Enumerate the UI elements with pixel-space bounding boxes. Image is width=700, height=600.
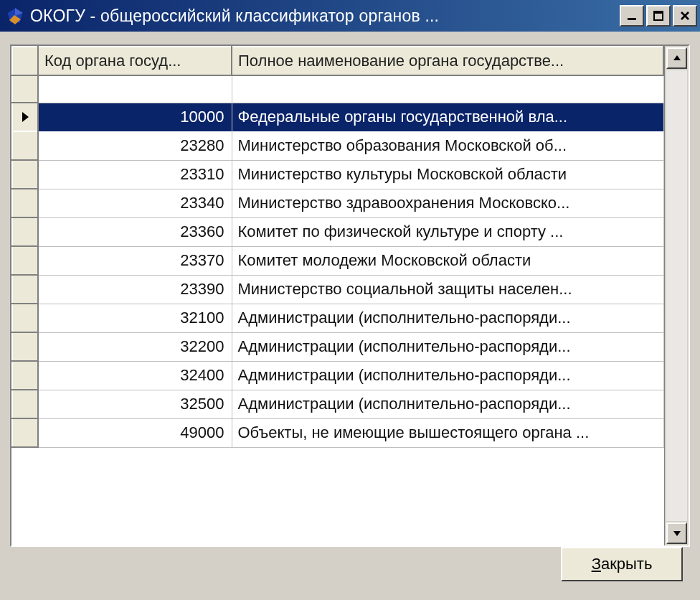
table-row[interactable]: 23370Комитет молодежи Московской области <box>12 246 663 275</box>
cell-code[interactable]: 10000 <box>38 103 232 131</box>
close-window-button[interactable] <box>673 5 697 27</box>
cell-code[interactable]: 32100 <box>38 304 232 332</box>
cell-name[interactable]: Комитет по физической культуре и спорту … <box>232 217 663 246</box>
table-row[interactable]: 10000Федеральные органы государственной … <box>12 103 663 131</box>
close-button-accel: З <box>592 555 601 573</box>
table-row[interactable]: 49000Объекты, не имеющие вышестоящего ор… <box>12 418 663 447</box>
table-row[interactable]: 32200Администрации (исполнительно-распор… <box>12 332 663 361</box>
cell-name[interactable]: Администрации (исполнительно-распоряди..… <box>232 361 663 390</box>
row-gutter <box>12 217 38 246</box>
table-row[interactable]: 23310Министерство культуры Московской об… <box>12 160 663 189</box>
row-gutter <box>12 332 38 361</box>
scroll-down-button[interactable] <box>666 522 687 544</box>
maximize-button[interactable] <box>646 5 671 27</box>
table-row[interactable]: 23280Министерство образования Московской… <box>12 131 663 160</box>
close-button[interactable]: Закрыть <box>561 547 683 581</box>
cell-code[interactable]: 32200 <box>38 332 232 361</box>
data-grid[interactable]: Код органа госуд... Полное наименование … <box>10 44 690 547</box>
svg-marker-9 <box>673 531 681 536</box>
cell-code[interactable]: 23340 <box>38 189 232 217</box>
header-row: Код органа госуд... Полное наименование … <box>12 47 663 75</box>
row-gutter <box>12 304 38 332</box>
header-code[interactable]: Код органа госуд... <box>38 47 232 75</box>
cell-code[interactable]: 49000 <box>38 418 232 447</box>
titlebar: ОКОГУ - общероссийский классификатор орг… <box>0 0 700 32</box>
cell-name[interactable]: Комитет молодежи Московской области <box>232 246 663 275</box>
row-pointer-icon <box>22 112 29 122</box>
cell-name[interactable]: Министерство культуры Московской области <box>232 160 663 189</box>
cell-code[interactable]: 23280 <box>38 131 232 160</box>
cell-name[interactable]: Администрации (исполнительно-распоряди..… <box>232 332 663 361</box>
cell-code[interactable]: 32500 <box>38 390 232 418</box>
cell-name[interactable]: Администрации (исполнительно-распоряди..… <box>232 304 663 332</box>
cell-code[interactable]: 23390 <box>38 275 232 304</box>
svg-rect-5 <box>654 11 663 14</box>
cell-name[interactable]: Администрации (исполнительно-распоряди..… <box>232 390 663 418</box>
cell-name[interactable]: Министерство образования Московской об..… <box>232 131 663 160</box>
filter-code-cell[interactable] <box>38 75 232 103</box>
svg-marker-8 <box>673 55 681 60</box>
filter-name-cell[interactable] <box>232 75 663 103</box>
table-row[interactable]: 23390Министерство социальной защиты насе… <box>12 275 663 304</box>
table-row[interactable]: 32500Администрации (исполнительно-распор… <box>12 390 663 418</box>
row-gutter <box>12 390 38 418</box>
cell-name[interactable]: Федеральные органы государственной вла..… <box>232 103 663 131</box>
row-gutter <box>12 418 38 447</box>
cell-code[interactable]: 23370 <box>38 246 232 275</box>
cell-code[interactable]: 23310 <box>38 160 232 189</box>
table-row[interactable]: 23360Комитет по физической культуре и сп… <box>12 217 663 246</box>
minimize-button[interactable] <box>620 5 644 27</box>
window-title: ОКОГУ - общероссийский классификатор орг… <box>30 6 620 26</box>
scroll-up-button[interactable] <box>666 47 687 69</box>
cell-name[interactable]: Министерство здравоохранения Московско..… <box>232 189 663 217</box>
close-button-rest: акрыть <box>601 555 652 573</box>
cell-code[interactable]: 32400 <box>38 361 232 390</box>
vertical-scrollbar[interactable] <box>664 46 689 545</box>
table-row[interactable]: 32400Администрации (исполнительно-распор… <box>12 361 663 390</box>
table-row[interactable]: 23340Министерство здравоохранения Москов… <box>12 189 663 217</box>
row-gutter <box>12 275 38 304</box>
cell-name[interactable]: Объекты, не имеющие вышестоящего органа … <box>232 418 663 447</box>
scroll-track[interactable] <box>666 70 687 521</box>
filter-gutter <box>12 75 38 103</box>
row-gutter <box>12 131 38 160</box>
app-icon <box>4 5 26 27</box>
cell-name[interactable]: Министерство социальной защиты населен..… <box>232 275 663 304</box>
row-gutter <box>12 103 38 131</box>
table-row[interactable]: 32100Администрации (исполнительно-распор… <box>12 304 663 332</box>
row-gutter <box>12 246 38 275</box>
client-area: Код органа госуд... Полное наименование … <box>0 32 700 600</box>
row-gutter <box>12 189 38 217</box>
filter-row[interactable] <box>12 75 663 103</box>
row-gutter <box>12 160 38 189</box>
row-gutter <box>12 361 38 390</box>
cell-code[interactable]: 23360 <box>38 217 232 246</box>
svg-rect-3 <box>628 18 636 20</box>
header-name[interactable]: Полное наименование органа государстве..… <box>232 47 663 75</box>
header-gutter <box>12 47 38 75</box>
